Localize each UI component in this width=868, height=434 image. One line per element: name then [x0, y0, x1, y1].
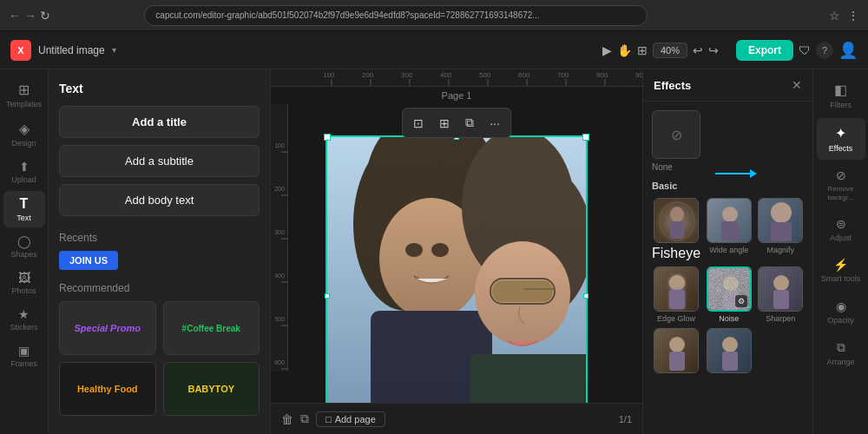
- arrange-icon: ⧉: [837, 340, 845, 355]
- canvas-area: 100 200 300 400 500 600 700 800: [271, 69, 642, 434]
- svg-point-71: [669, 337, 685, 352]
- star-icon[interactable]: ☆: [829, 9, 840, 23]
- templates-icon: ⊞: [18, 82, 30, 98]
- sidebar-item-shapes[interactable]: ◯ Shapes: [3, 229, 45, 264]
- photos-label: Photos: [11, 286, 36, 295]
- url-bar[interactable]: capcut.com/editor-graphic/abd501f502074b…: [144, 5, 648, 26]
- stickers-icon: ★: [18, 307, 30, 321]
- svg-text:300: 300: [401, 71, 413, 79]
- sidebar-item-upload[interactable]: ⬆ Upload: [3, 155, 45, 189]
- add-page-label: Add page: [335, 414, 376, 424]
- forward-btn[interactable]: →: [24, 9, 36, 23]
- right-item-effects[interactable]: ✦ Effects: [817, 118, 865, 160]
- adjust-label: Adjust: [830, 233, 852, 242]
- back-btn[interactable]: ←: [9, 9, 21, 23]
- bottom-bar: 🗑 ⧉ □ Add page 1/1: [271, 403, 642, 434]
- float-copy-btn[interactable]: ⧉: [458, 112, 481, 134]
- panel-title: Text: [59, 82, 260, 95]
- effect-none-thumb[interactable]: ⊘: [652, 110, 700, 159]
- sidebar-item-design[interactable]: ◈ Design: [3, 115, 45, 153]
- effects-sidebar-label: Effects: [829, 144, 852, 153]
- rec-special-promo[interactable]: Special Promo: [59, 301, 156, 355]
- frames-label: Frames: [10, 359, 37, 368]
- svg-point-74: [722, 337, 738, 352]
- svg-text:300: 300: [274, 229, 285, 235]
- handle-rm[interactable]: [583, 293, 589, 299]
- sidebar-item-photos[interactable]: 🖼 Photos: [3, 266, 45, 300]
- sharpen-label: Sharpen: [766, 314, 795, 323]
- export-btn[interactable]: Export: [736, 40, 793, 61]
- browser-settings-icon[interactable]: ⋮: [847, 9, 859, 23]
- title-dropdown-icon[interactable]: ▾: [112, 45, 116, 55]
- effect-extra1[interactable]: [652, 328, 700, 376]
- add-subtitle-btn[interactable]: Add a subtitle: [59, 145, 260, 177]
- redo-btn[interactable]: ↪: [708, 43, 719, 57]
- right-item-arrange[interactable]: ⧉ Arrange: [817, 333, 865, 373]
- effects-close-btn[interactable]: ✕: [792, 78, 802, 92]
- svg-text:700: 700: [557, 71, 569, 79]
- noise-label: Noise: [719, 314, 739, 323]
- effect-wideangle[interactable]: Wide angle: [706, 198, 752, 261]
- user-avatar[interactable]: 👤: [838, 41, 858, 60]
- upload-label: Upload: [11, 175, 36, 184]
- zoom-control[interactable]: 40%: [653, 43, 687, 58]
- play-btn[interactable]: ▶: [602, 43, 612, 57]
- document-title[interactable]: Untitled image: [38, 44, 105, 56]
- effect-magnify[interactable]: Magnify: [758, 198, 804, 261]
- svg-text:500: 500: [479, 71, 491, 79]
- effect-edgeglow[interactable]: Edge Glow: [652, 266, 700, 323]
- sidebar-item-stickers[interactable]: ★ Stickers: [3, 302, 45, 337]
- svg-rect-49: [327, 137, 586, 403]
- refresh-btn[interactable]: ↻: [40, 9, 50, 23]
- effect-fisheye[interactable]: Fisheye: [652, 198, 700, 261]
- rec-coffee-break[interactable]: #Coffee Break: [163, 301, 260, 355]
- basic-section-label: Basic: [652, 181, 804, 191]
- svg-text:400: 400: [440, 71, 452, 79]
- effect-sharpen[interactable]: Sharpen: [758, 266, 804, 323]
- svg-text:100: 100: [274, 142, 285, 148]
- edgeglow-label: Edge Glow: [657, 314, 695, 323]
- right-item-remove-bg[interactable]: ⊘ Remove backgr...: [817, 161, 865, 208]
- rec-babytoy[interactable]: BABYTOY: [163, 362, 260, 416]
- add-body-btn[interactable]: Add body text: [59, 184, 260, 216]
- handle-tr[interactable]: [582, 134, 589, 141]
- copy-page-btn[interactable]: ⧉: [300, 411, 309, 426]
- sidebar-item-text[interactable]: T Text: [3, 191, 45, 227]
- page-counter: 1/1: [619, 414, 632, 424]
- trash-btn[interactable]: 🗑: [281, 412, 293, 426]
- grid-view-btn[interactable]: ⊞: [637, 43, 648, 57]
- svg-rect-72: [669, 352, 685, 371]
- float-grid-btn[interactable]: ⊞: [432, 113, 457, 134]
- right-item-adjust[interactable]: ⊜ Adjust: [817, 210, 865, 249]
- sidebar-item-frames[interactable]: ▣ Frames: [3, 339, 45, 373]
- recents-join-us[interactable]: JOIN US: [59, 251, 118, 270]
- canvas-frame[interactable]: Activate Windows Go to Settings to activ…: [326, 135, 588, 403]
- effect-extra2[interactable]: [706, 328, 752, 376]
- adjust-icon: ⊜: [836, 217, 846, 231]
- help-icon[interactable]: ?: [816, 42, 833, 59]
- recents-label: Recents: [59, 232, 260, 244]
- effect-noise[interactable]: ⚙ Noise: [706, 266, 752, 323]
- undo-btn[interactable]: ↩: [693, 43, 703, 57]
- sidebar-item-templates[interactable]: ⊞ Templates: [3, 76, 45, 114]
- text-label: Text: [16, 214, 31, 222]
- svg-text:200: 200: [362, 71, 374, 79]
- handle-lm[interactable]: [325, 293, 330, 299]
- extra1-thumb: [654, 328, 699, 373]
- shield-icon[interactable]: 🛡: [799, 43, 811, 57]
- svg-point-68: [773, 275, 789, 291]
- right-item-smart-tools[interactable]: ⚡ Smart tools: [817, 251, 865, 291]
- canvas-scroll[interactable]: 100 200 300 400 500 600 700 Page: [271, 87, 642, 403]
- add-page-btn[interactable]: □ Add page: [316, 411, 385, 427]
- right-item-opacity[interactable]: ◉ Opacity: [817, 293, 865, 332]
- svg-rect-75: [722, 352, 738, 371]
- handle-tl[interactable]: [324, 134, 331, 141]
- hand-tool-btn[interactable]: ✋: [617, 43, 632, 57]
- rec-healthy-food[interactable]: Healthy Food: [59, 362, 156, 416]
- float-crop-btn[interactable]: ⊡: [406, 113, 431, 134]
- right-item-filters[interactable]: ◧ Filters: [817, 75, 865, 116]
- add-title-btn[interactable]: Add a title: [59, 106, 260, 138]
- remove-bg-label: Remove backgr...: [820, 185, 862, 201]
- svg-rect-56: [721, 221, 739, 240]
- float-more-btn[interactable]: ···: [483, 113, 507, 134]
